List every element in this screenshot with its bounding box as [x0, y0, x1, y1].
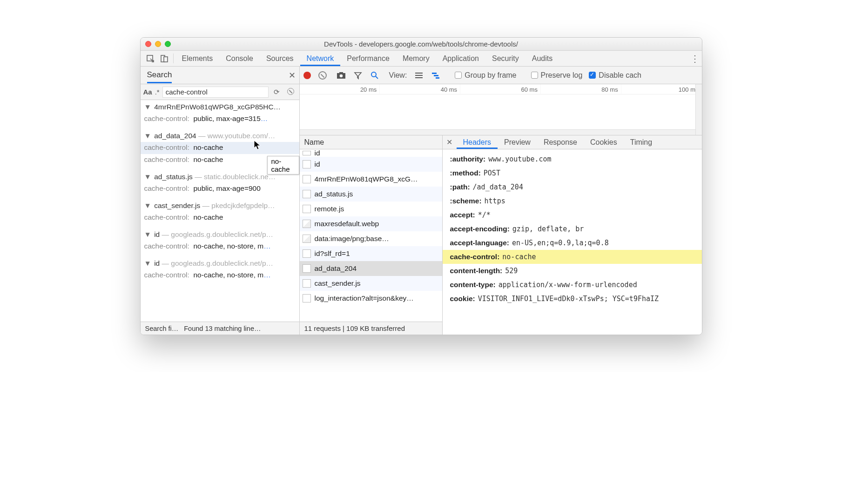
record-icon[interactable]	[303, 72, 311, 79]
match-case-toggle[interactable]: Aa	[143, 88, 152, 96]
search-result-match[interactable]: cache-control: no-cache, no-store, m…	[141, 241, 299, 253]
tab-memory[interactable]: Memory	[396, 51, 436, 66]
timeline-tick: 40 ms	[380, 84, 460, 94]
header-line: content-length:529	[443, 264, 702, 278]
close-detail-icon[interactable]: ✕	[443, 135, 457, 149]
header-line: accept:*/*	[443, 208, 702, 222]
request-name: id	[315, 160, 320, 168]
tab-security[interactable]: Security	[485, 51, 525, 66]
list-view-icon[interactable]	[414, 71, 424, 80]
tab-elements[interactable]: Elements	[175, 51, 220, 66]
request-name: data:image/png;base…	[315, 235, 389, 243]
more-icon[interactable]: ⋮	[688, 51, 702, 66]
request-row[interactable]: remote.js	[300, 202, 442, 216]
search-icon[interactable]	[370, 71, 379, 80]
search-result-file[interactable]: ▼ id — googleads.g.doubleclick.net/p…	[141, 256, 299, 269]
request-name: ad_data_204	[315, 264, 357, 273]
search-result-file[interactable]: ▼ 4mrRnEPnWo81qWPG8_xcGP85HC…	[141, 100, 299, 113]
request-row[interactable]: id	[300, 149, 442, 157]
tab-sources[interactable]: Sources	[260, 51, 300, 66]
titlebar: DevTools - developers.google.com/web/too…	[141, 38, 702, 51]
header-line: cookie:VISITOR_INFO1_LIVE=dDk0-xTswPs; Y…	[443, 292, 702, 306]
search-result-match[interactable]: cache-control: no-cache	[141, 212, 299, 224]
preserve-log-option[interactable]: Preserve log	[531, 71, 583, 80]
search-footer-left: Search fi…	[145, 325, 179, 332]
headers-list: :authority:www.youtube.com:method:POST:p…	[443, 149, 702, 335]
request-row[interactable]: cast_sender.js	[300, 276, 442, 291]
file-icon	[303, 294, 311, 302]
detail-tab-response[interactable]: Response	[537, 135, 584, 149]
header-line: accept-language:en-US,en;q=0.9,la;q=0.8	[443, 236, 702, 250]
request-row[interactable]: 4mrRnEPnWo81qWPG8_xcG…	[300, 172, 442, 187]
file-icon	[303, 279, 311, 288]
tab-application[interactable]: Application	[436, 51, 485, 66]
file-icon	[303, 220, 311, 228]
tab-console[interactable]: Console	[219, 51, 260, 66]
device-toggle-icon[interactable]	[157, 51, 171, 66]
search-panel: Search ✕ Aa .* ⟳ ▼ 4mrRnEPnWo81qWPG8_xcG…	[141, 67, 300, 335]
request-row[interactable]: ad_status.js	[300, 187, 442, 202]
file-icon	[303, 249, 311, 258]
screenshot-icon[interactable]	[337, 71, 346, 80]
search-result-match[interactable]: cache-control: no-cache, no-store, m…	[141, 269, 299, 282]
zoom-window-icon[interactable]	[165, 41, 171, 47]
clear-log-icon[interactable]	[318, 71, 327, 80]
request-name: 4mrRnEPnWo81qWPG8_xcG…	[315, 175, 418, 183]
detail-tab-headers[interactable]: Headers	[457, 135, 498, 149]
minimize-window-icon[interactable]	[155, 41, 161, 47]
inspect-icon[interactable]	[143, 51, 157, 66]
request-row[interactable]: maxresdefault.webp	[300, 216, 442, 231]
close-icon[interactable]: ✕	[289, 70, 296, 81]
request-list-header[interactable]: Name	[300, 135, 442, 149]
tab-network[interactable]: Network	[300, 51, 341, 66]
file-icon	[303, 175, 311, 183]
filter-icon[interactable]	[353, 71, 363, 80]
timeline[interactable]: 20 ms40 ms60 ms80 ms100 ms	[300, 84, 702, 135]
file-icon	[303, 151, 311, 155]
group-by-frame-option[interactable]: Group by frame	[455, 71, 516, 80]
request-row[interactable]: data:image/png;base…	[300, 231, 442, 246]
regex-toggle[interactable]: .*	[155, 88, 160, 96]
search-results: ▼ 4mrRnEPnWo81qWPG8_xcGP85HC…cache-contr…	[141, 100, 299, 322]
request-row[interactable]: log_interaction?alt=json&key…	[300, 291, 442, 306]
search-result-file[interactable]: ▼ cast_sender.js — pkedcjkdefgpdelp…	[141, 199, 299, 212]
svg-rect-11	[432, 73, 437, 74]
request-row[interactable]: id?slf_rd=1	[300, 246, 442, 261]
header-line: :path:/ad_data_204	[443, 180, 702, 194]
file-icon	[303, 235, 311, 243]
window-title: DevTools - developers.google.com/web/too…	[141, 40, 702, 48]
header-line: accept-encoding:gzip, deflate, br	[443, 222, 702, 236]
waterfall-view-icon[interactable]	[431, 71, 440, 80]
request-name: id	[315, 149, 320, 157]
search-result-match[interactable]: cache-control: public, max-age=900	[141, 183, 299, 195]
tab-performance[interactable]: Performance	[340, 51, 396, 66]
clear-icon[interactable]	[285, 88, 296, 96]
detail-tab-preview[interactable]: Preview	[498, 135, 537, 149]
disable-cache-option[interactable]: Disable cach	[589, 71, 641, 80]
request-row[interactable]: id	[300, 157, 442, 172]
search-footer: Search fi… Found 13 matching line…	[141, 322, 299, 335]
timeline-tick: 60 ms	[460, 84, 541, 94]
tab-audits[interactable]: Audits	[525, 51, 559, 66]
close-window-icon[interactable]	[145, 41, 151, 47]
detail-pane: ✕ HeadersPreviewResponseCookiesTiming :a…	[443, 135, 702, 335]
svg-rect-2	[164, 57, 168, 62]
timeline-tick: 20 ms	[300, 84, 380, 94]
search-tab[interactable]: Search	[147, 67, 172, 83]
timeline-tick: 100 ms	[621, 84, 702, 94]
search-input[interactable]	[162, 87, 269, 98]
timeline-tick: 80 ms	[541, 84, 621, 94]
svg-line-7	[376, 76, 378, 79]
search-result-file[interactable]: ▼ ad_data_204 — www.youtube.com/…	[141, 129, 299, 142]
detail-tab-cookies[interactable]: Cookies	[584, 135, 624, 149]
refresh-icon[interactable]: ⟳	[271, 88, 283, 96]
request-list-footer: 11 requests | 109 KB transferred	[300, 322, 442, 335]
request-row[interactable]: ad_data_204	[300, 261, 442, 276]
request-name: maxresdefault.webp	[315, 220, 379, 228]
search-result-match[interactable]: cache-control: no-cache	[141, 142, 299, 154]
detail-tab-timing[interactable]: Timing	[624, 135, 659, 149]
network-toolbar: View: Group by frame Preserve log Disabl…	[300, 67, 702, 84]
file-icon	[303, 205, 311, 213]
search-result-file[interactable]: ▼ id — googleads.g.doubleclick.net/p…	[141, 228, 299, 241]
search-result-match[interactable]: cache-control: public, max-age=315…	[141, 113, 299, 125]
